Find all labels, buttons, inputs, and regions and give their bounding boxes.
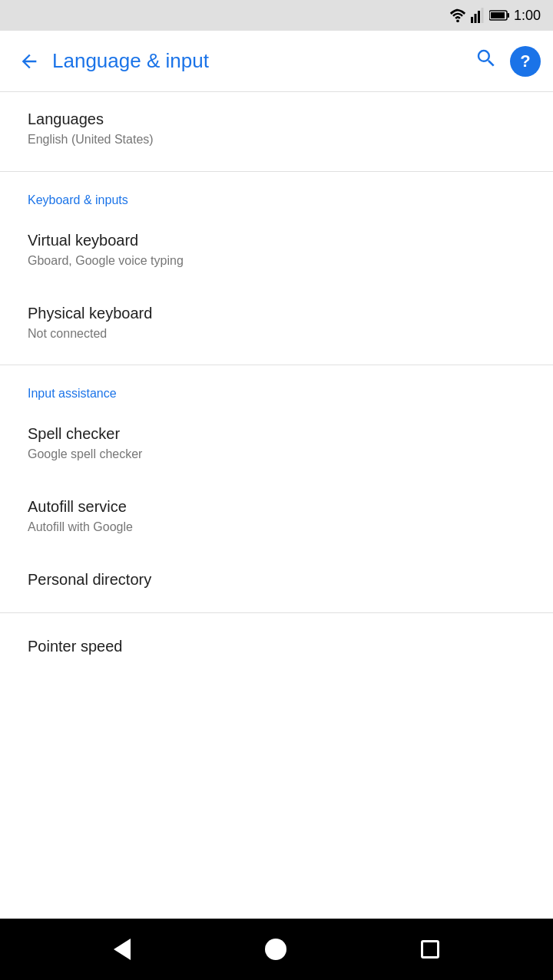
virtual-keyboard-item[interactable]: Virtual keyboard Gboard, Google voice ty…	[0, 213, 553, 286]
personal-directory-title: Personal directory	[28, 569, 525, 589]
svg-point-0	[456, 20, 459, 23]
virtual-keyboard-subtitle: Gboard, Google voice typing	[28, 253, 525, 269]
search-icon	[475, 47, 498, 70]
languages-item[interactable]: Languages English (United States)	[0, 92, 553, 165]
keyboard-section-header: Keyboard & inputs	[0, 178, 553, 213]
help-button[interactable]: ?	[510, 46, 541, 77]
autofill-service-item[interactable]: Autofill service Autofill with Google	[0, 480, 553, 553]
keyboard-section-label: Keyboard & inputs	[28, 193, 128, 206]
status-time: 1:00	[514, 8, 541, 24]
help-icon: ?	[520, 51, 530, 71]
svg-rect-1	[471, 17, 473, 23]
svg-rect-7	[491, 12, 505, 18]
physical-keyboard-item[interactable]: Physical keyboard Not connected	[0, 286, 553, 359]
nav-recents-button[interactable]	[421, 940, 439, 959]
pointer-speed-title: Pointer speed	[28, 636, 525, 656]
signal-icon	[471, 8, 485, 23]
nav-bar	[0, 919, 553, 980]
nav-back-icon	[114, 939, 131, 960]
status-icons: 1:00	[449, 8, 541, 24]
physical-keyboard-title: Physical keyboard	[28, 303, 525, 323]
input-assistance-section-header: Input assistance	[0, 371, 553, 407]
divider-1	[0, 171, 553, 172]
languages-subtitle: English (United States)	[28, 132, 525, 148]
physical-keyboard-subtitle: Not connected	[28, 326, 525, 342]
spell-checker-subtitle: Google spell checker	[28, 447, 525, 463]
spell-checker-item[interactable]: Spell checker Google spell checker	[0, 407, 553, 480]
autofill-service-subtitle: Autofill with Google	[28, 520, 525, 536]
nav-back-button[interactable]	[114, 939, 131, 960]
app-bar: Language & input ?	[0, 31, 553, 92]
spell-checker-title: Spell checker	[28, 424, 525, 444]
divider-2	[0, 365, 553, 365]
page-title: Language & input	[52, 49, 475, 73]
wifi-icon	[449, 8, 466, 22]
app-bar-actions: ?	[475, 46, 541, 77]
svg-rect-4	[481, 8, 483, 23]
status-bar: 1:00	[0, 0, 553, 31]
svg-rect-3	[478, 11, 480, 23]
back-arrow-icon	[18, 51, 40, 72]
virtual-keyboard-title: Virtual keyboard	[28, 230, 525, 250]
search-button[interactable]	[475, 47, 498, 75]
languages-title: Languages	[28, 109, 525, 129]
svg-rect-2	[474, 14, 476, 23]
nav-home-button[interactable]	[265, 939, 286, 960]
personal-directory-item[interactable]: Personal directory	[0, 553, 553, 606]
content: Languages English (United States) Keyboa…	[0, 92, 553, 919]
nav-recents-icon	[421, 940, 439, 959]
back-button[interactable]	[12, 45, 46, 78]
autofill-service-title: Autofill service	[28, 497, 525, 516]
battery-icon	[489, 9, 509, 21]
input-assistance-section-label: Input assistance	[28, 387, 117, 400]
divider-3	[0, 612, 553, 613]
svg-rect-6	[507, 13, 509, 18]
nav-home-icon	[265, 939, 286, 960]
pointer-speed-item[interactable]: Pointer speed	[0, 619, 553, 673]
